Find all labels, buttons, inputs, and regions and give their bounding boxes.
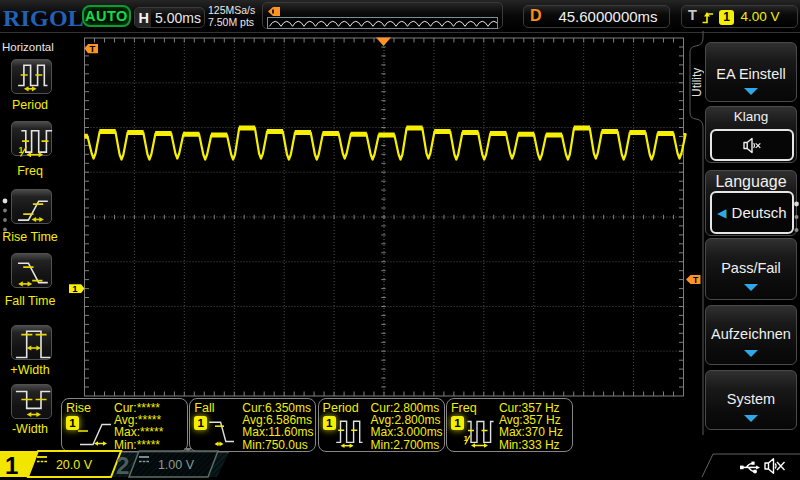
svg-text:1: 1 bbox=[72, 283, 78, 294]
svg-text:T: T bbox=[90, 43, 96, 54]
svg-text:1: 1 bbox=[463, 434, 468, 443]
svg-text:1: 1 bbox=[5, 452, 18, 479]
svg-text:20.0 V: 20.0 V bbox=[56, 458, 93, 472]
svg-text:2: 2 bbox=[116, 452, 129, 479]
svg-text:1.00 V: 1.00 V bbox=[158, 458, 195, 472]
